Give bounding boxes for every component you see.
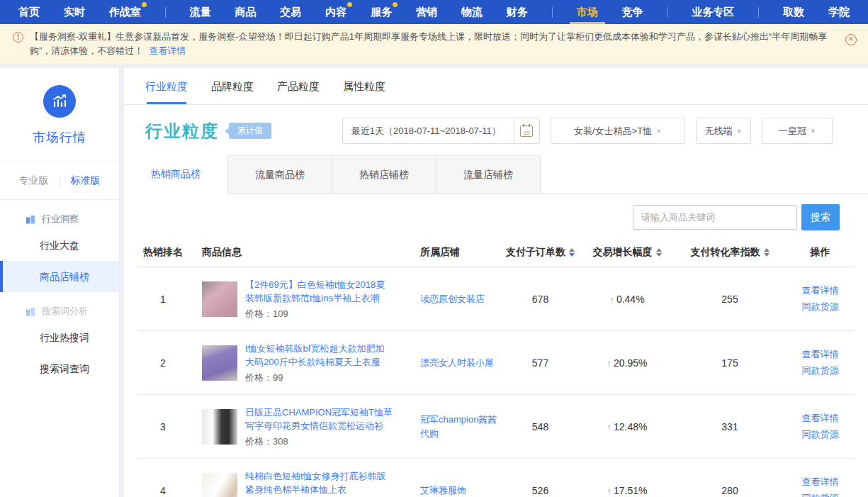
header-paid-suborders[interactable]: 支付子订单数 xyxy=(500,246,581,259)
nav-traffic[interactable]: 流量 xyxy=(190,0,211,24)
category-dropdown[interactable]: 女装/女士精品>T恤 ∨ xyxy=(551,118,685,144)
nav-fetch-data[interactable]: 取数 xyxy=(783,0,804,24)
table-row: 1 【2件69元】白色短袖t恤女2018夏装韩版新款韩范t恤ins半袖上衣潮 价… xyxy=(138,267,854,331)
view-detail-link[interactable]: 查看详情 xyxy=(802,348,839,361)
growth-cell: ↑20.95% xyxy=(581,357,673,369)
sidebar-item-search-word-query[interactable]: 搜索词查询 xyxy=(0,353,119,384)
sidebar-item-product-shop-rank[interactable]: 商品店铺榜 xyxy=(0,261,119,292)
search-input[interactable] xyxy=(633,205,797,230)
sidebar-item-industry-overview[interactable]: 行业大盘 xyxy=(0,230,119,261)
rank-cell: 2 xyxy=(138,357,188,369)
rank-subtabs: 热销商品榜 流量商品榜 热销店铺榜 流量店铺榜 xyxy=(124,155,868,194)
nav-compete[interactable]: 竞争 xyxy=(621,0,643,24)
table-row: 2 t恤女短袖韩版bf宽松超大款加肥加大码200斤中长款纯棉夏天上衣服 价格：9… xyxy=(138,331,854,395)
same-supply-link[interactable]: 同款货源 xyxy=(802,492,839,497)
terminal-dropdown[interactable]: 无线端 ∨ xyxy=(696,118,751,144)
view-detail-link[interactable]: 查看详情 xyxy=(802,412,839,425)
product-image[interactable] xyxy=(202,345,237,381)
nav-battle-room[interactable]: 作战室 xyxy=(109,0,141,24)
product-image[interactable] xyxy=(202,281,237,317)
close-icon[interactable]: × xyxy=(845,34,857,45)
shop-link[interactable]: 读恋原创女装店 xyxy=(420,292,485,306)
nav-content[interactable]: 内容 xyxy=(325,0,346,24)
subtab-traffic-shops[interactable]: 流量店铺榜 xyxy=(436,155,541,194)
nav-realtime[interactable]: 实时 xyxy=(64,0,85,24)
version-tab-standard[interactable]: 标准版 xyxy=(60,174,111,187)
view-detail-link[interactable]: 查看详情 xyxy=(802,476,839,488)
nav-service[interactable]: 服务 xyxy=(371,0,392,24)
nav-goods[interactable]: 商品 xyxy=(235,0,256,24)
subtab-traffic-products[interactable]: 流量商品榜 xyxy=(228,155,332,194)
header-product-info: 商品信息 xyxy=(188,246,393,259)
nav-market[interactable]: 市场 xyxy=(577,0,598,24)
shop-level-dropdown[interactable]: 一皇冠 ∨ xyxy=(762,118,833,144)
sidebar-item-hot-search-words[interactable]: 行业热搜词 xyxy=(0,322,119,353)
sort-icon[interactable] xyxy=(656,248,662,257)
rank-table: 热销排名 商品信息 所属店铺 支付子订单数 交易增长幅度 支付转化率指数 操作 xyxy=(138,238,854,497)
product-title-link[interactable]: 日版正品CHAMPION冠军短袖T恤草写字母印花男女情侣款宽松运动衫 xyxy=(245,406,393,432)
header-trade-growth[interactable]: 交易增长幅度 xyxy=(581,246,673,259)
nav-finance[interactable]: 财务 xyxy=(507,0,528,24)
subtab-hot-shops[interactable]: 热销店铺榜 xyxy=(332,155,436,194)
product-image[interactable] xyxy=(202,409,237,445)
product-title-link[interactable]: 纯棉白色短袖t恤女修身打底衫韩版紧身纯色棉半袖体恤上衣 xyxy=(245,469,393,496)
product-title-link[interactable]: 【2件69元】白色短袖t恤女2018夏装韩版新款韩范t恤ins半袖上衣潮 xyxy=(245,278,393,305)
sort-icon[interactable] xyxy=(764,248,770,257)
building-icon xyxy=(26,307,35,316)
up-arrow-icon: ↑ xyxy=(609,294,614,305)
product-price: 价格：308 xyxy=(245,435,393,448)
nav-logistics[interactable]: 物流 xyxy=(461,0,483,24)
sidebar-app-title: 市场行情 xyxy=(0,129,119,146)
shop-link[interactable]: 冠军champion茜茜代购 xyxy=(420,413,500,441)
tab-attribute-granularity[interactable]: 属性粒度 xyxy=(343,68,385,104)
tab-industry-granularity[interactable]: 行业粒度 xyxy=(145,68,188,104)
title-filter-row: 行业粒度 累计值 最近1天（2018-07-11~2018-07-11） 15 … xyxy=(124,105,868,152)
paid-suborders-value: 678 xyxy=(500,294,581,305)
table-header-row: 热销排名 商品信息 所属店铺 支付子订单数 交易增长幅度 支付转化率指数 操作 xyxy=(138,238,854,267)
cumulative-value-badge: 累计值 xyxy=(229,123,271,139)
nav-home[interactable]: 首页 xyxy=(18,0,40,24)
nav-divider xyxy=(165,7,166,18)
date-range-picker[interactable]: 最近1天（2018-07-11~2018-07-11） 15 xyxy=(342,118,540,144)
nav-divider xyxy=(552,7,553,18)
nav-business-zone[interactable]: 业务专区 xyxy=(692,0,734,24)
product-title-link[interactable]: t恤女短袖韩版bf宽松超大款加肥加大码200斤中长款纯棉夏天上衣服 xyxy=(245,342,393,369)
chevron-down-icon: ∨ xyxy=(656,128,661,134)
sidebar-group-title-search-terms[interactable]: 搜索词分析 xyxy=(0,292,119,322)
product-image[interactable] xyxy=(202,473,237,497)
calendar-icon[interactable]: 15 xyxy=(514,118,539,143)
version-switcher: 专业版 标准版 xyxy=(0,162,119,199)
warning-icon: ! xyxy=(13,32,23,43)
tab-brand-granularity[interactable]: 品牌粒度 xyxy=(211,68,254,104)
granularity-tabs: 行业粒度 品牌粒度 产品粒度 属性粒度 xyxy=(124,68,868,105)
view-details-link[interactable]: 查看详情 xyxy=(149,45,186,56)
rank-cell: 3 xyxy=(138,421,188,432)
view-detail-link[interactable]: 查看详情 xyxy=(802,284,839,297)
version-tab-pro[interactable]: 专业版 xyxy=(9,174,60,187)
shop-link[interactable]: 漂亮女人时装小屋 xyxy=(420,356,494,370)
tab-product-granularity[interactable]: 产品粒度 xyxy=(277,68,320,104)
same-supply-link[interactable]: 同款货源 xyxy=(802,428,839,441)
up-arrow-icon: ↑ xyxy=(607,486,612,496)
same-supply-link[interactable]: 同款货源 xyxy=(802,364,839,377)
conversion-index-value: 175 xyxy=(673,357,787,369)
building-icon xyxy=(26,215,35,224)
subtab-hot-products[interactable]: 热销商品榜 xyxy=(124,155,228,194)
market-chart-logo-icon xyxy=(43,85,76,118)
up-arrow-icon: ↑ xyxy=(607,358,612,369)
search-button[interactable]: 搜索 xyxy=(801,204,840,230)
growth-cell: ↑17.51% xyxy=(581,485,673,496)
rank-cell: 1 xyxy=(138,294,188,305)
shop-link[interactable]: 艾琳雅服饰 xyxy=(420,484,466,497)
nav-marketing[interactable]: 营销 xyxy=(416,0,437,24)
header-shop: 所属店铺 xyxy=(393,246,500,259)
nav-trade[interactable]: 交易 xyxy=(280,0,301,24)
growth-cell: ↑0.44% xyxy=(581,294,673,305)
nav-academy[interactable]: 学院 xyxy=(828,0,850,24)
same-supply-link[interactable]: 同款货源 xyxy=(802,301,839,313)
sidebar-group-title-industry-insight[interactable]: 行业洞察 xyxy=(0,200,119,230)
header-conversion-index[interactable]: 支付转化率指数 xyxy=(673,246,787,259)
up-arrow-icon: ↑ xyxy=(607,422,612,432)
sort-icon[interactable] xyxy=(569,248,575,257)
header-actions: 操作 xyxy=(787,246,854,259)
